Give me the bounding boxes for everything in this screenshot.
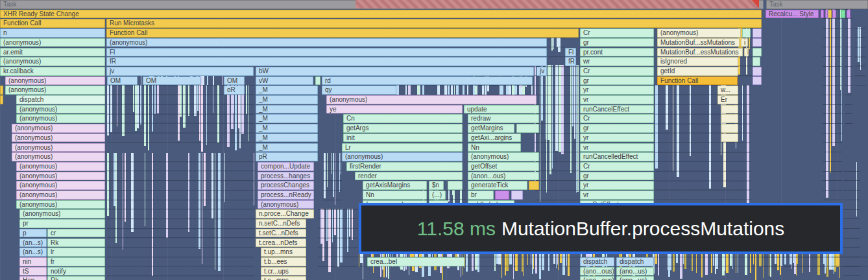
frame-anonymous[interactable]: (anonymous) xyxy=(5,86,105,95)
frame-anonymous[interactable]: (anonymous) xyxy=(342,152,463,161)
frame-gr[interactable]: gr xyxy=(580,172,654,181)
frame[interactable] xyxy=(742,29,751,38)
frame-om[interactable]: OM xyxy=(143,76,201,86)
frame-getaxismargins[interactable]: getAxisMargins xyxy=(363,181,427,190)
frame-lr[interactable]: Lr xyxy=(342,143,463,152)
frame-ano-ous[interactable]: (ano...ous) xyxy=(580,276,614,280)
frame-process-nready[interactable]: process...nReady xyxy=(258,191,314,200)
frame-anonymous[interactable]: (anonymous) xyxy=(468,152,539,161)
frame-fr[interactable]: fR xyxy=(106,57,547,66)
frame-anonymous[interactable]: (anonymous) xyxy=(12,124,105,133)
frame-mutationbuf-ssmutations[interactable]: MutationBuf...ssMutations xyxy=(657,38,740,47)
frame-dispatch[interactable]: dispatch xyxy=(616,257,654,266)
frame-rk[interactable]: Rk xyxy=(47,276,105,280)
frame[interactable] xyxy=(721,124,738,133)
frame-m[interactable]: _M xyxy=(256,143,318,152)
frame-anonymous[interactable]: (anonymous) xyxy=(16,172,105,181)
frame-anonymous[interactable]: (anonymous) xyxy=(16,191,105,200)
frame-or[interactable]: oR xyxy=(224,86,245,95)
frame[interactable] xyxy=(847,10,850,19)
frame-gr[interactable]: gr xyxy=(580,76,654,86)
frame-ano-us[interactable]: (ano...us) xyxy=(616,276,654,280)
frame-anonymous[interactable]: (anonymous) xyxy=(16,181,105,190)
frame-t-up-mns[interactable]: t.up...mns xyxy=(261,248,306,257)
frame-anonymous[interactable]: (anonymous) xyxy=(12,134,105,143)
frame-processchanges[interactable]: processChanges xyxy=(258,181,314,190)
frame-kr-callback[interactable]: kr.callback xyxy=(0,67,105,76)
frame-qy[interactable]: qy xyxy=(322,86,396,95)
frame-getmargins[interactable]: getMargins xyxy=(468,124,514,133)
frame-nn[interactable]: Nn xyxy=(468,143,521,152)
frame-yr[interactable]: yr xyxy=(580,181,654,190)
frame-pr[interactable]: pR xyxy=(256,152,318,161)
frame-anonymous[interactable]: (anonymous) xyxy=(258,200,314,209)
performance-flame-chart[interactable]: TaskTaskXHR Ready State ChangeRecalcu...… xyxy=(0,0,868,280)
frame-ts[interactable]: tS xyxy=(19,267,47,276)
frame-anonymous[interactable]: (anonymous) xyxy=(12,152,105,161)
frame-gr[interactable]: gr xyxy=(580,124,654,133)
frame-ye[interactable]: ye xyxy=(326,105,463,114)
frame-m[interactable]: _M xyxy=(256,95,318,104)
frame-cr[interactable]: Cr xyxy=(580,67,654,76)
frame-cr[interactable]: Cr xyxy=(580,29,654,38)
frame-getid[interactable]: getId xyxy=(657,67,738,76)
frame-an-s[interactable]: (an...s) xyxy=(19,239,47,248)
frame-anonymous[interactable]: (anonymous) xyxy=(106,38,547,47)
frame-pr[interactable]: pr xyxy=(19,219,105,228)
frame[interactable] xyxy=(495,191,509,200)
frame[interactable] xyxy=(511,191,523,200)
frame-vr[interactable]: vr xyxy=(580,143,654,152)
frame-wr[interactable]: wr xyxy=(580,57,654,66)
frame-anonymous[interactable]: (anonymous) xyxy=(12,143,105,152)
frame[interactable] xyxy=(448,181,463,190)
frame-n[interactable]: n xyxy=(0,29,105,38)
frame-hap[interactable]: Hap xyxy=(19,276,47,280)
frame-t-cr-ups[interactable]: t.cr...ups xyxy=(261,267,306,276)
frame-anonymous[interactable]: (anonymous) xyxy=(0,57,105,66)
frame-m[interactable]: _M xyxy=(256,114,318,123)
frame-anonymous[interactable]: (anonymous) xyxy=(16,200,105,209)
frame-getoffset[interactable]: getOffset xyxy=(468,162,539,171)
frame-ano-ous[interactable]: (ano...ous) xyxy=(580,267,614,276)
frame-cn[interactable]: Cn xyxy=(343,114,463,123)
frame-p[interactable]: p xyxy=(19,229,47,238)
frame[interactable] xyxy=(753,57,760,66)
frame-gr[interactable]: gr xyxy=(580,38,654,47)
frame-notify[interactable]: notify xyxy=(47,267,105,276)
frame[interactable] xyxy=(753,38,762,47)
frame[interactable] xyxy=(0,95,3,104)
frame-generatetick[interactable]: generateTick xyxy=(468,181,527,190)
frame[interactable] xyxy=(721,105,738,114)
frame-runcanceleffect[interactable]: runCancelEffect xyxy=(580,105,654,114)
frame-runcancelledeffect[interactable]: runCancelledEffect xyxy=(580,152,654,161)
frame-bw[interactable]: bW xyxy=(256,67,534,76)
frame[interactable] xyxy=(529,181,539,190)
frame-cr[interactable]: Cr xyxy=(580,162,654,171)
frame-vr[interactable]: vr xyxy=(580,95,654,104)
frame-redraw[interactable]: redraw xyxy=(468,114,539,123)
frame-anonymous[interactable]: (anonymous) xyxy=(326,95,536,104)
frame-cr[interactable]: cr xyxy=(47,229,105,238)
frame-pr-cont[interactable]: pr.cont xyxy=(580,48,654,57)
frame-an-s[interactable]: (an...s) xyxy=(19,248,47,257)
frame[interactable] xyxy=(315,76,320,86)
frame-vr[interactable]: vr xyxy=(580,191,654,200)
frame-lr[interactable]: lr xyxy=(47,248,105,257)
frame-function-call[interactable]: Function Call xyxy=(657,76,738,86)
frame-anonymous[interactable]: (anonymous) xyxy=(16,105,105,114)
frame[interactable] xyxy=(753,48,762,57)
frame-firstrender[interactable]: firstRender xyxy=(346,162,463,171)
frame-anonymous[interactable]: (anonymous) xyxy=(657,29,741,38)
frame[interactable] xyxy=(721,114,738,123)
frame-m[interactable]: _M xyxy=(256,105,318,114)
frame-mutationbuf-essmutations[interactable]: MutationBuf...essMutations xyxy=(657,48,743,57)
frame-nn[interactable]: Nn xyxy=(363,191,427,200)
frame-jv[interactable]: jv xyxy=(536,67,547,76)
frame-process-hanges[interactable]: process...hanges xyxy=(258,172,314,181)
frame-[interactable]: (...) xyxy=(429,191,446,200)
frame-om[interactable]: OM xyxy=(224,76,245,86)
frame-anonymous[interactable]: (anonymous) xyxy=(19,209,105,218)
frame-fr[interactable]: fR xyxy=(565,57,576,66)
frame-vw[interactable]: vW xyxy=(256,76,313,86)
frame-w[interactable]: w... xyxy=(717,86,738,95)
